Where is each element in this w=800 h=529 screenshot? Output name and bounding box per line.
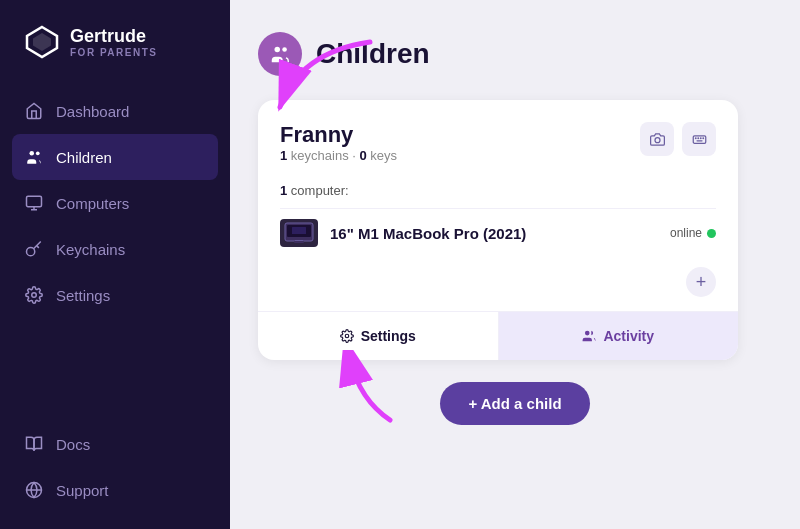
sidebar-item-keychains-label: Keychains: [56, 241, 125, 258]
sidebar-item-computers-label: Computers: [56, 195, 129, 212]
support-icon: [24, 480, 44, 500]
computers-count: 1: [280, 183, 287, 198]
nav-items: Dashboard Children Comput: [0, 88, 230, 513]
svg-point-8: [32, 293, 37, 298]
svg-rect-15: [693, 135, 706, 143]
keyboard-button[interactable]: [682, 122, 716, 156]
settings-button-label: Settings: [361, 328, 416, 344]
page-header: Children: [258, 32, 772, 76]
monitor-icon: [24, 193, 44, 213]
main-content: Children Franny 1 keychains · 0 keys: [230, 0, 800, 529]
sidebar-item-keychains[interactable]: Keychains: [0, 226, 230, 272]
sidebar-item-dashboard[interactable]: Dashboard: [0, 88, 230, 134]
add-computer-area: +: [280, 257, 716, 311]
svg-point-14: [655, 137, 660, 142]
online-dot: [707, 229, 716, 238]
sidebar-item-children[interactable]: Children: [12, 134, 218, 180]
add-child-button-label: + Add a child: [468, 395, 561, 412]
sidebar-item-support[interactable]: Support: [0, 467, 230, 513]
children-nav-icon: [24, 147, 44, 167]
computer-thumb: [280, 219, 318, 247]
svg-point-13: [282, 47, 287, 52]
computer-item: 16" M1 MacBook Pro (2021) online: [280, 208, 716, 257]
settings-button[interactable]: Settings: [258, 312, 499, 360]
logo-text: Gertrude FOR PARENTS: [70, 26, 157, 59]
app-subtitle: FOR PARENTS: [70, 47, 157, 58]
logo-icon: [24, 24, 60, 60]
logo-area: Gertrude FOR PARENTS: [0, 24, 230, 88]
activity-button-label: Activity: [603, 328, 654, 344]
child-info: Franny 1 keychains · 0 keys: [280, 122, 397, 177]
sidebar-item-settings[interactable]: Settings: [0, 272, 230, 318]
app-name: Gertrude: [70, 26, 157, 48]
svg-point-3: [36, 151, 40, 155]
add-computer-button[interactable]: +: [686, 267, 716, 297]
page-title: Children: [316, 38, 430, 70]
child-meta: 1 keychains · 0 keys: [280, 148, 397, 163]
svg-point-26: [345, 334, 349, 338]
svg-point-27: [585, 331, 590, 336]
computer-name: 16" M1 MacBook Pro (2021): [330, 225, 658, 242]
sidebar-item-dashboard-label: Dashboard: [56, 103, 129, 120]
sidebar-item-children-label: Children: [56, 149, 112, 166]
online-status: online: [670, 226, 702, 240]
svg-marker-1: [33, 33, 51, 51]
sidebar-item-settings-label: Settings: [56, 287, 110, 304]
svg-rect-4: [27, 196, 42, 207]
add-child-button[interactable]: + Add a child: [440, 382, 589, 425]
home-icon: [24, 101, 44, 121]
keys-count: 0: [360, 148, 367, 163]
computers-label: 1 computer:: [280, 183, 716, 198]
key-icon: [24, 239, 44, 259]
add-child-area: + Add a child: [258, 382, 772, 425]
nav-bottom: Docs Support: [0, 413, 230, 513]
svg-point-2: [30, 151, 35, 156]
svg-point-7: [27, 248, 35, 256]
svg-rect-25: [294, 241, 304, 243]
keychains-count: 1: [280, 148, 287, 163]
sidebar-item-support-label: Support: [56, 482, 109, 499]
sidebar-item-computers[interactable]: Computers: [0, 180, 230, 226]
docs-icon: [24, 434, 44, 454]
page-header-icon: [258, 32, 302, 76]
svg-point-12: [275, 47, 281, 53]
card-actions: Settings Activity: [258, 311, 738, 360]
svg-rect-23: [292, 227, 306, 234]
sidebar-item-docs[interactable]: Docs: [0, 421, 230, 467]
screenshot-button[interactable]: [640, 122, 674, 156]
sidebar-item-docs-label: Docs: [56, 436, 90, 453]
child-name: Franny: [280, 122, 397, 148]
settings-icon: [24, 285, 44, 305]
child-card-header: Franny 1 keychains · 0 keys: [280, 122, 716, 177]
child-card: Franny 1 keychains · 0 keys: [258, 100, 738, 360]
card-icons: [640, 122, 716, 156]
sidebar: Gertrude FOR PARENTS Dashboard: [0, 0, 230, 529]
online-badge: online: [670, 226, 716, 240]
activity-button[interactable]: Activity: [499, 312, 739, 360]
